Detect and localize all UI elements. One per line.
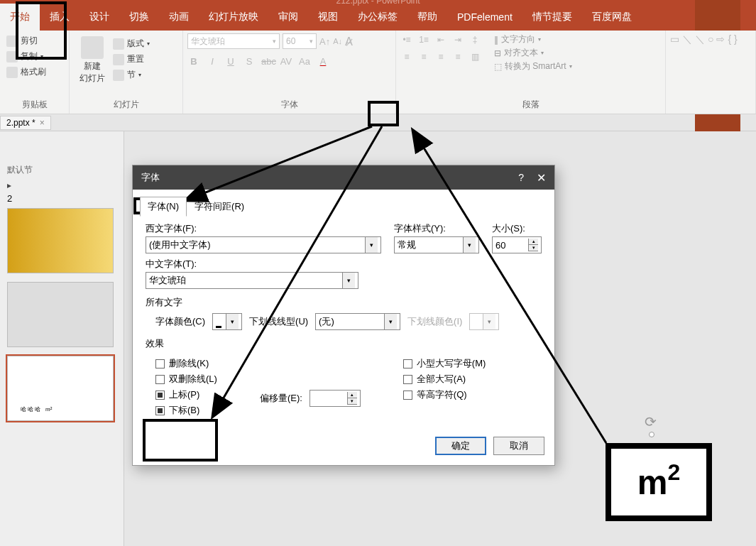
underline-button[interactable]: U [224, 56, 237, 67]
indent-dec-button[interactable]: ⇤ [434, 33, 447, 46]
shape-line-icon[interactable]: ＼ [682, 33, 692, 46]
tab-pdfelement[interactable]: PDFelement [447, 4, 522, 31]
tab-review[interactable]: 审阅 [268, 4, 308, 31]
bold-button[interactable]: B [187, 56, 200, 67]
smartart-button[interactable]: ⬚转换为 SmartArt▾ [494, 60, 572, 72]
section-button[interactable]: 节▾ [111, 67, 152, 82]
case-button[interactable]: Aa [298, 56, 311, 67]
tab-insert[interactable]: 插入 [40, 4, 80, 31]
group-clipboard: 剪切 复制▾ 格式刷 剪贴板 [0, 31, 70, 114]
latin-font-combo[interactable]: (使用中文字体)▾ [146, 236, 381, 253]
numbering-button[interactable]: 1≡ [417, 33, 430, 46]
cjk-font-label: 中文字体(T): [146, 258, 358, 271]
font-color-picker[interactable]: ▾ [212, 313, 242, 330]
columns-button[interactable]: ▥ [469, 50, 481, 63]
font-size-label: 大小(S): [492, 222, 542, 235]
shadow-button[interactable]: S [243, 56, 256, 67]
layout-icon [113, 38, 124, 50]
copy-button[interactable]: 复制▾ [4, 49, 48, 64]
thumbnail-4[interactable]: 哈 哈 哈 m² [7, 356, 114, 421]
cut-button[interactable]: 剪切 [4, 33, 48, 48]
font-size-spinner[interactable]: 60▴▾ [492, 236, 542, 253]
allcaps-checkbox[interactable]: 全部大写(A) [403, 373, 486, 386]
underline-color-label: 下划线颜色(I) [407, 315, 462, 328]
cjk-font-combo[interactable]: 华文琥珀▾ [146, 272, 358, 289]
equalheight-checkbox[interactable]: 等高字符(Q) [403, 388, 486, 401]
font-size-value: 60 [286, 36, 295, 46]
close-icon[interactable]: ✕ [537, 171, 546, 185]
dialog-titlebar[interactable]: 字体 ? ✕ [133, 165, 554, 190]
align-right-button[interactable]: ≡ [434, 50, 447, 63]
tab-storyboard[interactable]: 情节提要 [522, 4, 582, 31]
spacing-button[interactable]: AV [280, 56, 292, 67]
rotate-handle-icon[interactable]: ⟳ [645, 413, 657, 430]
tab-slideshow[interactable]: 幻灯片放映 [199, 4, 268, 31]
smallcaps-checkbox[interactable]: 小型大写字母(M) [403, 357, 486, 370]
shape-line2-icon[interactable]: ＼ [695, 33, 705, 46]
shape-rect-icon[interactable]: ▭ [670, 33, 679, 45]
grow-font-button[interactable]: A↑ [319, 36, 330, 47]
tab-transition[interactable]: 切换 [119, 4, 159, 31]
spin-up-icon[interactable]: ▴ [529, 239, 538, 245]
offset-spinner[interactable]: ▴▾ [309, 390, 361, 407]
aligntext-label: 对齐文本 [504, 47, 538, 59]
shape-arrow-icon[interactable]: ⇨ [716, 33, 725, 45]
tab-officetab[interactable]: 办公标签 [348, 4, 407, 31]
brush-icon [6, 67, 18, 78]
strike-button[interactable]: abc [261, 56, 274, 67]
section-icon [113, 70, 124, 81]
thumbnail-2[interactable] [7, 208, 114, 273]
underline-type-combo[interactable]: (无)▾ [315, 313, 400, 330]
close-icon[interactable]: × [40, 118, 45, 128]
italic-button[interactable]: I [206, 56, 219, 67]
tab-design[interactable]: 设计 [80, 4, 119, 31]
ok-button[interactable]: 确定 [435, 437, 486, 455]
layout-button[interactable]: 版式▾ [111, 36, 152, 51]
tab-animation[interactable]: 动画 [159, 4, 199, 31]
cancel-button[interactable]: 取消 [493, 437, 544, 455]
spin-up-icon[interactable]: ▴ [348, 392, 357, 398]
font-color-button[interactable]: A [317, 56, 329, 67]
font-size-combo[interactable]: 60▾ [283, 33, 317, 49]
align-text-button[interactable]: ⊟对齐文本▾ [494, 47, 572, 59]
shape-ellipse-icon[interactable]: ○ [708, 33, 713, 45]
shape-brace-icon[interactable]: { } [728, 33, 737, 45]
new-slide-label2: 幻灯片 [80, 72, 105, 84]
align-left-button[interactable]: ≡ [400, 50, 413, 63]
allcaps-label: 全部大写(A) [417, 373, 466, 386]
dropdown-icon: ▾ [384, 314, 397, 329]
section-title[interactable]: 默认节 [7, 164, 116, 176]
dialog-title: 字体 [141, 171, 160, 184]
strike-checkbox[interactable]: 删除线(K) [155, 357, 217, 370]
help-icon[interactable]: ? [518, 172, 524, 183]
clear-format-button[interactable]: A̷ [345, 35, 353, 48]
indent-inc-button[interactable]: ⇥ [451, 33, 464, 46]
font-name-combo[interactable]: 华文琥珀▾ [187, 33, 280, 49]
spin-down-icon[interactable]: ▾ [529, 245, 538, 251]
new-slide-button[interactable]: 新建 幻灯片 [74, 33, 111, 87]
underline-type-value: (无) [319, 315, 334, 328]
tab-help[interactable]: 帮助 [407, 4, 447, 31]
dialog-tab-font[interactable]: 字体(N) [140, 197, 187, 217]
tab-home[interactable]: 开始 [0, 4, 40, 31]
subscript-checkbox[interactable]: 下标(B) [155, 404, 217, 417]
text-direction-button[interactable]: ‖文字方向▾ [494, 33, 572, 45]
tab-view[interactable]: 视图 [308, 4, 348, 31]
align-justify-button[interactable]: ≡ [451, 50, 464, 63]
double-strike-checkbox[interactable]: 双删除线(L) [155, 373, 217, 386]
document-tab[interactable]: 2.pptx * × [0, 116, 51, 130]
tab-baidu[interactable]: 百度网盘 [582, 4, 642, 31]
format-painter-button[interactable]: 格式刷 [4, 65, 48, 80]
align-center-button[interactable]: ≡ [417, 50, 430, 63]
thumbnail-3[interactable] [7, 282, 114, 347]
new-slide-label1: 新建 [84, 60, 101, 72]
reset-button[interactable]: 重置 [111, 52, 152, 67]
line-spacing-button[interactable]: ‡ [469, 33, 481, 46]
shrink-font-button[interactable]: A↓ [333, 37, 342, 45]
superscript-checkbox[interactable]: 上标(P) [155, 388, 217, 401]
dialog-tab-spacing[interactable]: 字符间距(R) [187, 197, 252, 217]
bullets-button[interactable]: •≡ [400, 33, 413, 46]
font-style-combo[interactable]: 常规▾ [394, 236, 479, 253]
selection-handle[interactable] [649, 432, 654, 437]
spin-down-icon[interactable]: ▾ [348, 398, 357, 405]
